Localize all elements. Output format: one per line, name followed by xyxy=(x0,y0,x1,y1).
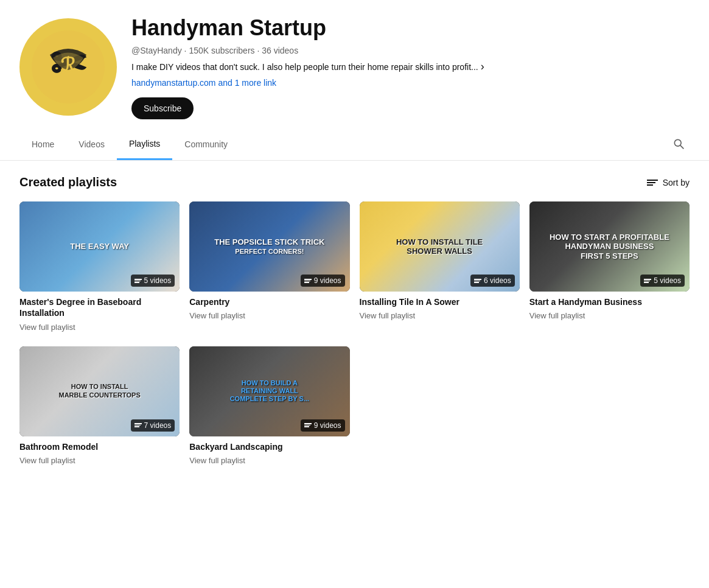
playlist-title-5: Bathroom Remodel xyxy=(19,441,180,452)
playlist-list-icon-6 xyxy=(304,423,312,427)
svg-text:ℛ: ℛ xyxy=(60,54,76,76)
playlists-grid-row2: HOW TO INSTALLMARBLE COUNTERTOPS 7 video… xyxy=(19,346,690,465)
sort-icon xyxy=(647,180,658,186)
search-icon[interactable] xyxy=(668,133,690,156)
video-count-badge-6: 9 videos xyxy=(301,419,345,432)
video-count-badge-1: 5 videos xyxy=(131,275,175,287)
playlist-title-2: Carpentry xyxy=(189,296,349,307)
channel-info: Handyman Startup @StayHandy · 150K subsc… xyxy=(131,15,690,119)
playlist-link-3[interactable]: View full playlist xyxy=(360,311,416,320)
channel-description: I make DIY videos that don't suck. I als… xyxy=(131,60,690,73)
svg-point-3 xyxy=(674,140,681,147)
playlist-list-icon-5 xyxy=(134,423,142,427)
playlist-thumb-2[interactable]: THE POPSICLE STICK TRICKPerfect corners!… xyxy=(189,201,349,292)
playlist-title-6: Backyard Landscaping xyxy=(189,441,349,452)
channel-links[interactable]: handymanstartup.com and 1 more link xyxy=(131,78,690,88)
nav-tabs: Home Videos Playlists Community xyxy=(0,129,709,161)
channel-subscribers: 150K subscribers xyxy=(189,46,254,55)
playlist-list-icon-1 xyxy=(134,279,142,283)
tab-home[interactable]: Home xyxy=(19,130,66,160)
channel-meta: @StayHandy · 150K subscribers · 36 video… xyxy=(131,46,690,55)
playlist-link-1[interactable]: View full playlist xyxy=(19,323,75,332)
playlist-list-icon-3 xyxy=(474,279,481,283)
subscribe-button[interactable]: Subscribe xyxy=(131,97,194,119)
video-count-badge-3: 6 videos xyxy=(470,275,515,287)
section-header: Created playlists Sort by xyxy=(19,175,690,189)
tab-community[interactable]: Community xyxy=(172,130,240,160)
expand-description-icon[interactable]: › xyxy=(481,60,484,73)
tab-videos[interactable]: Videos xyxy=(66,130,117,160)
playlist-card-1[interactable]: THE EASY WAY 5 videos Master's Degree in… xyxy=(19,201,180,331)
playlist-thumb-1[interactable]: THE EASY WAY 5 videos xyxy=(19,201,180,292)
playlist-title-1: Master's Degree in Baseboard Installatio… xyxy=(19,296,180,318)
section-title: Created playlists xyxy=(19,175,117,189)
playlists-grid-row1: THE EASY WAY 5 videos Master's Degree in… xyxy=(19,201,690,331)
svg-line-4 xyxy=(680,145,683,149)
playlist-thumb-5[interactable]: HOW TO INSTALLMARBLE COUNTERTOPS 7 video… xyxy=(19,346,180,436)
playlist-thumb-4[interactable]: How to Start a Profitable Handyman Busin… xyxy=(529,201,690,292)
channel-video-count: 36 videos xyxy=(262,46,298,55)
channel-handle: @StayHandy xyxy=(131,46,182,55)
playlist-list-icon-2 xyxy=(304,279,312,283)
playlist-thumb-3[interactable]: HOW TO INSTALL TILEShower Walls 6 videos xyxy=(360,201,520,292)
playlist-card-5[interactable]: HOW TO INSTALLMARBLE COUNTERTOPS 7 video… xyxy=(19,346,180,465)
channel-header: ✂ ℛ Handyman Startup @StayHandy · 150K s… xyxy=(0,0,709,129)
playlist-card-2[interactable]: THE POPSICLE STICK TRICKPerfect corners!… xyxy=(189,201,349,331)
playlist-card-4[interactable]: How to Start a Profitable Handyman Busin… xyxy=(529,201,690,331)
tab-playlists[interactable]: Playlists xyxy=(117,129,172,160)
playlist-list-icon-4 xyxy=(644,279,651,283)
playlist-thumb-6[interactable]: How to Build aRETAINING WALLComplete Ste… xyxy=(189,346,349,436)
playlist-link-2[interactable]: View full playlist xyxy=(189,311,245,320)
playlist-title-3: Installing Tile In A Sower xyxy=(360,296,520,307)
sort-by-label: Sort by xyxy=(663,178,690,187)
playlist-card-6[interactable]: How to Build aRETAINING WALLComplete Ste… xyxy=(189,346,349,465)
playlist-card-3[interactable]: HOW TO INSTALL TILEShower Walls 6 videos… xyxy=(360,201,520,331)
channel-name: Handyman Startup xyxy=(131,15,690,41)
video-count-badge-5: 7 videos xyxy=(131,419,175,432)
playlist-link-6[interactable]: View full playlist xyxy=(189,456,245,465)
playlists-section: Created playlists Sort by THE EASY WAY 5… xyxy=(0,161,709,480)
playlist-link-5[interactable]: View full playlist xyxy=(19,456,75,465)
playlist-link-4[interactable]: View full playlist xyxy=(529,311,585,320)
playlist-title-4: Start a Handyman Business xyxy=(529,296,690,307)
video-count-badge-4: 5 videos xyxy=(640,275,685,287)
sort-by-button[interactable]: Sort by xyxy=(647,178,690,187)
video-count-badge-2: 9 videos xyxy=(301,275,345,287)
channel-avatar[interactable]: ✂ ℛ xyxy=(19,18,117,116)
